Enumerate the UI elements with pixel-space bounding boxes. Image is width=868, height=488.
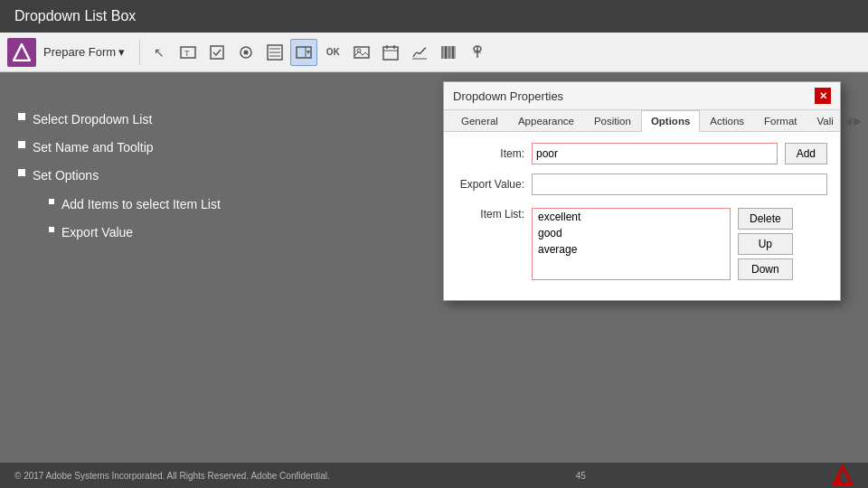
- main-content: Select Dropdown List Set Name and Toolti…: [0, 72, 868, 463]
- title-bar: Dropdown List Box: [0, 0, 868, 33]
- date-tool-btn[interactable]: [377, 39, 404, 66]
- svg-rect-13: [354, 47, 369, 58]
- tab-position-label: Position: [594, 116, 631, 127]
- pin-icon: [469, 44, 486, 61]
- item-list: excellent good average: [532, 208, 731, 280]
- item-row: Item: Add: [457, 143, 827, 164]
- bullet-square-2: [18, 141, 25, 148]
- item-label: Item:: [457, 147, 524, 160]
- list-item-good[interactable]: good: [533, 225, 730, 241]
- bullet-text-3: Set Options: [33, 164, 99, 187]
- dialog-tabs: General Appearance Position Options Acti…: [444, 110, 840, 132]
- dialog-body: Item: Add Export Value: Item List: excel…: [444, 132, 840, 300]
- footer-copyright: © 2017 Adobe Systems Incorporated. All R…: [14, 471, 330, 481]
- list-item-average[interactable]: average: [533, 241, 730, 258]
- tab-actions-label: Actions: [710, 116, 744, 127]
- pin-tool-btn[interactable]: [464, 39, 491, 66]
- tab-actions[interactable]: Actions: [700, 110, 754, 132]
- toolbar: Prepare Form ▾ ↖ T: [0, 33, 868, 72]
- bullet-item-2: Set Name and Tooltip: [18, 136, 326, 159]
- barcode-tool-btn[interactable]: [435, 39, 462, 66]
- listbox-icon: [267, 44, 283, 61]
- svg-rect-15: [383, 47, 398, 60]
- footer-logo: [832, 465, 854, 486]
- down-button[interactable]: Down: [738, 258, 793, 280]
- tab-nav-next[interactable]: ▶: [854, 115, 862, 127]
- bullet-item-1: Select Dropdown List: [18, 108, 326, 131]
- export-value-row: Export Value:: [457, 174, 827, 195]
- signature-icon: [411, 44, 428, 61]
- svg-point-5: [244, 50, 249, 54]
- radio-icon: [238, 44, 254, 61]
- dialog-title: Dropdown Properties: [453, 89, 563, 103]
- adobe-footer-icon: [832, 465, 854, 486]
- bullet-sub-item-2: Export Value: [36, 221, 326, 244]
- cursor-tool-btn[interactable]: ↖: [146, 39, 173, 66]
- tab-options-label: Options: [651, 116, 690, 127]
- tab-nav-prev[interactable]: ◀: [844, 115, 852, 127]
- dropdown-properties-dialog: Dropdown Properties ✕ General Appearance…: [443, 81, 841, 301]
- checkbox-tool-btn[interactable]: [203, 39, 231, 66]
- signature-tool-btn[interactable]: [406, 39, 433, 66]
- calendar-icon: [382, 44, 399, 61]
- svg-marker-0: [14, 44, 30, 61]
- export-label: Export Value:: [457, 178, 524, 191]
- radio-tool-btn[interactable]: [232, 39, 259, 66]
- tab-validate-label: Vali: [816, 116, 833, 127]
- list-item-excellent[interactable]: excellent: [533, 209, 730, 225]
- svg-rect-3: [211, 46, 223, 59]
- bullet-sub-text-1: Add Items to select Item List: [61, 193, 221, 216]
- image-tool-btn[interactable]: [348, 39, 375, 66]
- list-box-tool-btn[interactable]: [261, 39, 288, 66]
- tab-nav-arrows: ◀ ▶: [844, 115, 862, 131]
- svg-text:T: T: [184, 49, 190, 58]
- bullet-square-sub-1: [49, 199, 54, 204]
- page-title: Dropdown List Box: [14, 8, 136, 24]
- tab-format-label: Format: [764, 116, 797, 127]
- prepare-form-menu[interactable]: Prepare Form ▾: [43, 45, 125, 59]
- up-button[interactable]: Up: [738, 233, 793, 255]
- tab-general-label: General: [461, 116, 498, 127]
- toolbar-divider: [139, 40, 140, 65]
- bullet-sub-text-2: Export Value: [61, 221, 133, 244]
- item-list-buttons: Delete Up Down: [738, 208, 793, 280]
- dropdown-arrow-icon: ▾: [118, 45, 125, 59]
- footer: © 2017 Adobe Systems Incorporated. All R…: [0, 463, 868, 488]
- dropdown-icon: [296, 44, 312, 61]
- bullet-square-3: [18, 169, 25, 176]
- bullet-text-2: Set Name and Tooltip: [33, 136, 154, 159]
- text-field-icon: T: [180, 44, 196, 61]
- tab-appearance-label: Appearance: [518, 116, 574, 127]
- tab-general[interactable]: General: [451, 110, 508, 132]
- export-value-input[interactable]: [532, 174, 827, 195]
- delete-button[interactable]: Delete: [738, 208, 793, 230]
- image-icon: [354, 44, 370, 61]
- tab-appearance[interactable]: Appearance: [508, 110, 584, 132]
- ok-tool-btn[interactable]: OK: [319, 39, 346, 66]
- tab-validate[interactable]: Vali: [807, 110, 843, 132]
- item-input[interactable]: [532, 143, 778, 164]
- bullet-item-3: Set Options: [18, 164, 326, 187]
- item-list-row: Item List: excellent good average Delete…: [457, 204, 827, 280]
- prepare-form-label: Prepare Form: [43, 45, 116, 59]
- dialog-title-bar: Dropdown Properties ✕: [444, 82, 840, 110]
- svg-marker-12: [307, 51, 310, 54]
- dropdown-tool-btn[interactable]: [290, 39, 317, 66]
- dialog-close-btn[interactable]: ✕: [815, 88, 831, 104]
- bullet-text-1: Select Dropdown List: [33, 108, 152, 131]
- checkbox-icon: [209, 44, 225, 61]
- adobe-symbol: [13, 43, 31, 61]
- bullet-square-sub-2: [49, 227, 54, 232]
- ok-label: OK: [326, 47, 340, 57]
- page-number: 45: [576, 471, 586, 481]
- barcode-icon: [440, 44, 457, 61]
- add-button[interactable]: Add: [785, 143, 827, 164]
- tab-position[interactable]: Position: [584, 110, 641, 132]
- adobe-logo-icon: [7, 38, 36, 67]
- tab-format[interactable]: Format: [754, 110, 807, 132]
- item-list-container: excellent good average Delete Up Down: [532, 208, 793, 280]
- text-field-tool-btn[interactable]: T: [175, 39, 202, 66]
- bullet-square-1: [18, 113, 25, 120]
- tab-options[interactable]: Options: [641, 110, 700, 132]
- bullet-list: Select Dropdown List Set Name and Toolti…: [18, 90, 326, 445]
